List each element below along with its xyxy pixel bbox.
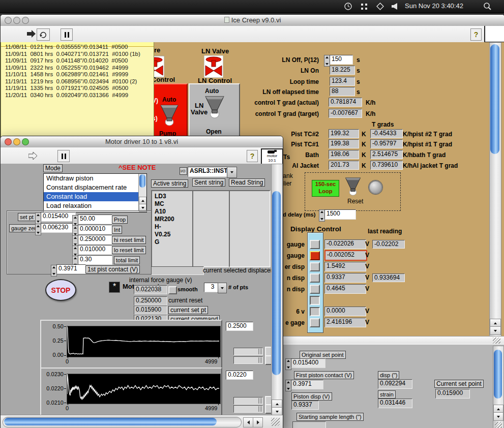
run-icon[interactable] xyxy=(28,152,38,162)
display-select-button-active[interactable] xyxy=(310,251,320,260)
help-button[interactable]: ? xyxy=(470,28,482,41)
loop-indicator-button[interactable]: 150-sec Loop xyxy=(312,180,339,197)
hi-reset-field[interactable]: 0.250000 xyxy=(78,235,112,244)
force-chart-panel: 0.50 0.25 0.00 0 4999 xyxy=(40,320,222,369)
reinit-star-button[interactable]: * xyxy=(109,282,120,293)
stop-button[interactable]: STOP xyxy=(45,279,76,301)
motor-driver-window: Motor driver 10 to 1 v8.vi ? motor 10:1 … xyxy=(0,136,283,428)
active-string-item: A10 xyxy=(155,208,191,216)
first-contact-field[interactable]: 0.3971 xyxy=(56,264,86,274)
ice-close-button[interactable] xyxy=(5,17,12,24)
tgrad-gradunit: K/h xyxy=(403,141,412,148)
pause-icon[interactable] xyxy=(57,150,70,162)
smooth-toggle[interactable] xyxy=(168,286,177,294)
mode-item[interactable]: Constant displacement rate xyxy=(44,183,146,192)
scroll-down-arrow[interactable] xyxy=(490,326,501,335)
visa-resource-field[interactable]: ASRL3::INSTR xyxy=(188,167,230,177)
tgrad-target-field: -0.007667 xyxy=(329,109,362,118)
ice-vi-icon-pane[interactable] xyxy=(484,26,504,43)
ln-elapsed-field: 88 xyxy=(330,87,355,96)
mode-scroll-thumb[interactable] xyxy=(139,174,145,188)
tgrad-temp: 199.32 xyxy=(329,129,359,138)
disp-chart-cursor-field[interactable]: 0.0220 xyxy=(226,371,253,380)
pump-mode-knob[interactable] xyxy=(160,105,179,128)
kelvin-unit: K xyxy=(362,131,366,138)
mode-list-scrollbar[interactable] xyxy=(138,174,146,211)
clock-icon[interactable] xyxy=(344,2,352,13)
graph-x-range-field[interactable] xyxy=(233,348,263,355)
read-delay-field[interactable]: 1500 xyxy=(324,209,356,220)
graph-y-range-field[interactable] xyxy=(233,356,263,364)
display-value: 0.4645 xyxy=(324,284,366,294)
mode-item[interactable]: Withdraw piston xyxy=(44,174,146,183)
num-pts-dropdown[interactable] xyxy=(218,283,227,293)
motor-vi-icon[interactable]: motor 10:1 xyxy=(261,148,283,166)
display-select-button[interactable] xyxy=(310,307,320,316)
display-select-button[interactable] xyxy=(310,240,320,249)
graph-y-range-field[interactable] xyxy=(233,405,263,413)
force-chart-cursor-field[interactable]: 0.2500 xyxy=(226,322,253,331)
pause-icon[interactable] xyxy=(61,28,73,41)
motor-minimize-button[interactable] xyxy=(13,138,20,145)
motor-zoom-button[interactable] xyxy=(22,138,29,145)
param-unit: s xyxy=(357,67,360,74)
mode-item[interactable]: Load relaxation xyxy=(44,201,146,210)
log-line: 11/08/11 0121 hrs 0.035555"/0.013411 #05… xyxy=(5,44,128,51)
loop-time-field: 123.4 xyxy=(330,77,355,86)
ln-off-field[interactable]: 150 xyxy=(330,55,353,65)
lo-reset-field[interactable]: 0.010000 xyxy=(78,245,112,255)
force-gauge-header: internal force gauge (v) xyxy=(129,277,192,284)
spotlight-icon[interactable] xyxy=(483,2,492,13)
reset-led[interactable] xyxy=(369,180,382,194)
display-select-button[interactable] xyxy=(310,285,320,294)
help-button[interactable]: ? xyxy=(247,150,258,162)
volt-unit: V xyxy=(365,240,369,248)
int-field[interactable]: 0.000010 xyxy=(78,225,112,234)
ice-vscroll-thumb[interactable] xyxy=(490,44,499,154)
run-icon[interactable] xyxy=(27,30,36,40)
graph-x-range-field[interactable] xyxy=(233,397,263,405)
scroll-right-arrow[interactable] xyxy=(253,417,263,427)
panel-resize-grip[interactable] xyxy=(495,422,502,428)
pressure-label-fragment: re xyxy=(154,46,160,54)
tgrad-grad: -0.95797 xyxy=(370,139,403,148)
ice-minimize-button[interactable] xyxy=(13,17,20,24)
tgrad-grad: 0.739610 xyxy=(370,161,403,170)
display-select-button[interactable] xyxy=(310,273,320,283)
ice-titlebar[interactable]: Ice Creep v9.0.vi xyxy=(1,15,504,26)
ice-zoom-button[interactable] xyxy=(22,17,29,24)
mode-item-selected[interactable]: Constant load xyxy=(44,192,146,201)
motor-vscroll-thumb[interactable] xyxy=(272,191,281,375)
diamond-icon[interactable] xyxy=(376,3,384,12)
volume-icon[interactable] xyxy=(391,3,398,12)
motor-titlebar[interactable]: Motor driver 10 to 1 v8.vi xyxy=(1,136,283,148)
display-select-button[interactable] xyxy=(310,318,320,327)
total-limit-field[interactable]: 0.30 xyxy=(78,255,112,265)
gauge-zero-field[interactable]: 0.006230 xyxy=(41,223,76,233)
scroll-left-arrow[interactable] xyxy=(243,417,253,427)
motor-hscroll-thumb[interactable] xyxy=(4,418,217,425)
run-continuous-icon[interactable] xyxy=(37,28,50,41)
original-setpoint-field[interactable]: 0.015400 xyxy=(291,358,325,368)
param-unit: s xyxy=(357,56,360,64)
first-piston-contact-field[interactable]: 0.3971 xyxy=(291,380,323,389)
x-tick-label: 4999 xyxy=(205,405,217,411)
y-tick-label: 0.0230 xyxy=(42,371,64,377)
param-label: LN Off, P(12) xyxy=(199,56,319,64)
display-select-button[interactable] xyxy=(310,296,320,305)
scroll-down-arrow[interactable] xyxy=(493,412,503,421)
prop-field[interactable]: 50.00 xyxy=(78,215,112,224)
menu-clock-text[interactable]: Sun Nov 20 3:40:42 xyxy=(405,2,463,10)
spaces-icon[interactable] xyxy=(361,3,368,12)
visa-dropdown-button[interactable] xyxy=(227,167,237,178)
motor-close-button[interactable] xyxy=(5,138,12,145)
panel-vscroll-thumb[interactable] xyxy=(494,350,502,399)
display-select-button[interactable] xyxy=(310,262,320,271)
volt-unit: V xyxy=(365,274,369,281)
active-string-list[interactable]: LD3 MC A10 MR200 H- V0.25 G xyxy=(151,190,195,267)
set-pt-field[interactable]: 0.015400 xyxy=(41,212,76,222)
log-line: 11/20/11 0340 hrs 0.092049"/0.031366 #49… xyxy=(5,92,128,99)
reset-knob[interactable] xyxy=(344,177,362,198)
motor-resize-grip[interactable] xyxy=(271,418,280,426)
x-tick-label: 0 xyxy=(66,358,69,364)
